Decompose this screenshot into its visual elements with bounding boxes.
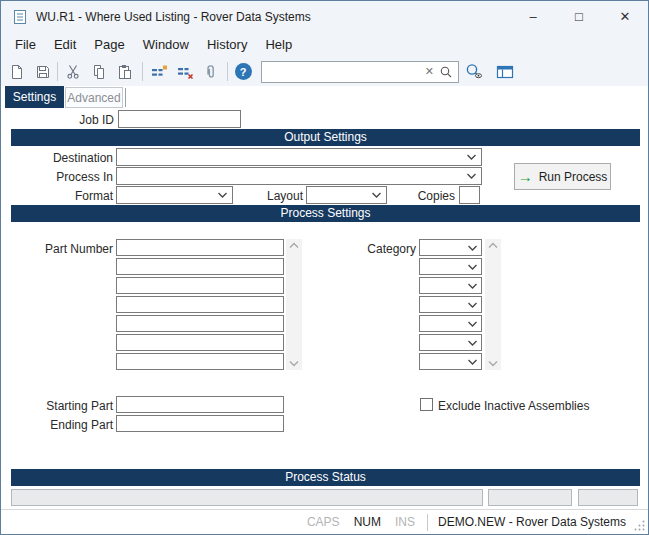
part-number-input[interactable] — [116, 258, 284, 275]
category-select[interactable] — [419, 296, 482, 313]
search-input[interactable] — [265, 63, 425, 81]
title-bar: WU.R1 - Where Used Listing - Rover Data … — [1, 1, 648, 32]
run-process-label: Run Process — [539, 170, 608, 184]
part-number-list — [116, 239, 284, 370]
menu-window[interactable]: Window — [134, 32, 198, 57]
paste-button[interactable] — [113, 60, 137, 83]
starting-part-input[interactable] — [116, 396, 284, 413]
insert-defaults-button[interactable] — [147, 60, 171, 83]
job-id-input[interactable] — [118, 110, 241, 128]
category-select[interactable] — [419, 334, 482, 351]
num-lock-indicator: NUM — [354, 515, 381, 529]
minimize-button[interactable]: – — [510, 1, 556, 32]
category-select[interactable] — [419, 315, 482, 332]
starting-part-label: Starting Part — [1, 397, 113, 415]
help-icon: ? — [235, 63, 252, 80]
run-process-button[interactable]: → Run Process — [514, 163, 611, 190]
process-status-field — [578, 489, 638, 506]
grid-view-icon — [496, 64, 514, 80]
chevron-down-icon — [467, 358, 478, 366]
save-button[interactable] — [31, 60, 55, 83]
layout-label: Layout — [241, 187, 303, 205]
lookup-preview-button[interactable] — [462, 60, 486, 83]
destination-label: Destination — [1, 149, 113, 167]
clear-defaults-button[interactable] — [173, 60, 197, 83]
search-icon[interactable] — [439, 65, 453, 79]
help-button[interactable]: ? — [231, 60, 255, 83]
menu-edit[interactable]: Edit — [45, 32, 85, 57]
cut-icon — [65, 64, 81, 80]
ending-part-input[interactable] — [116, 415, 284, 432]
caps-lock-indicator: CAPS — [307, 515, 340, 529]
category-label: Category — [316, 240, 416, 258]
layout-select[interactable] — [306, 186, 387, 204]
menu-file[interactable]: File — [6, 32, 45, 57]
format-select[interactable] — [116, 186, 233, 204]
part-number-input[interactable] — [116, 315, 284, 332]
insert-indicator: INS — [395, 515, 415, 529]
process-status-header: Process Status — [11, 469, 640, 486]
part-number-input[interactable] — [116, 239, 284, 256]
menu-bar: File Edit Page Window History Help — [1, 32, 648, 57]
process-settings-header: Process Settings — [11, 205, 640, 222]
chevron-down-icon — [467, 244, 478, 252]
scroll-down-icon[interactable] — [488, 360, 498, 367]
category-scrollbar[interactable] — [485, 239, 501, 370]
toolbar: ? ✕ — [1, 57, 648, 86]
exclude-inactive-checkbox[interactable] — [420, 398, 433, 411]
search-clear-icon[interactable]: ✕ — [425, 65, 434, 78]
part-number-label: Part Number — [1, 240, 113, 258]
ending-part-label: Ending Part — [1, 416, 113, 434]
save-icon — [35, 64, 51, 80]
category-select[interactable] — [419, 258, 482, 275]
tab-settings[interactable]: Settings — [5, 86, 64, 108]
chevron-down-icon — [217, 191, 228, 199]
toolbar-separator — [57, 62, 58, 81]
toolbar-separator — [227, 62, 228, 81]
process-in-label: Process In — [1, 168, 113, 186]
scroll-down-icon[interactable] — [289, 360, 299, 367]
menu-history[interactable]: History — [198, 32, 256, 57]
scroll-up-icon[interactable] — [488, 242, 498, 249]
part-number-input[interactable] — [116, 334, 284, 351]
scroll-up-icon[interactable] — [289, 242, 299, 249]
insert-defaults-icon — [151, 64, 168, 80]
category-select[interactable] — [419, 239, 482, 256]
toolbar-search: ✕ — [261, 61, 459, 83]
format-label: Format — [1, 187, 113, 205]
new-document-icon — [9, 64, 25, 80]
window-title: WU.R1 - Where Used Listing - Rover Data … — [36, 10, 311, 24]
chevron-down-icon — [467, 263, 478, 271]
category-list — [419, 239, 482, 370]
toolbar-separator — [142, 62, 143, 81]
chevron-down-icon — [467, 282, 478, 290]
new-document-button[interactable] — [5, 60, 29, 83]
menu-help[interactable]: Help — [256, 32, 301, 57]
copies-input[interactable] — [459, 186, 480, 204]
copy-button[interactable] — [87, 60, 111, 83]
chevron-down-icon — [467, 339, 478, 347]
part-number-input[interactable] — [116, 277, 284, 294]
copies-label: Copies — [391, 187, 455, 205]
grid-view-button[interactable] — [493, 60, 517, 83]
tab-divider — [125, 88, 126, 107]
resize-grip[interactable] — [633, 519, 646, 532]
paste-icon — [117, 64, 133, 80]
chevron-down-icon — [466, 172, 477, 180]
app-document-icon — [12, 9, 28, 25]
category-select[interactable] — [419, 277, 482, 294]
menu-page[interactable]: Page — [85, 32, 133, 57]
part-number-input[interactable] — [116, 296, 284, 313]
part-number-scrollbar[interactable] — [286, 239, 302, 370]
process-in-select[interactable] — [116, 167, 482, 185]
maximize-button[interactable]: □ — [556, 1, 602, 32]
cut-button[interactable] — [61, 60, 85, 83]
chevron-down-icon — [371, 191, 382, 199]
chevron-down-icon — [467, 320, 478, 328]
destination-select[interactable] — [116, 148, 482, 166]
part-number-input[interactable] — [116, 353, 284, 370]
close-button[interactable]: ✕ — [602, 1, 648, 32]
attachments-button[interactable] — [199, 60, 223, 83]
tab-advanced[interactable]: Advanced — [65, 87, 123, 108]
category-select[interactable] — [419, 353, 482, 370]
